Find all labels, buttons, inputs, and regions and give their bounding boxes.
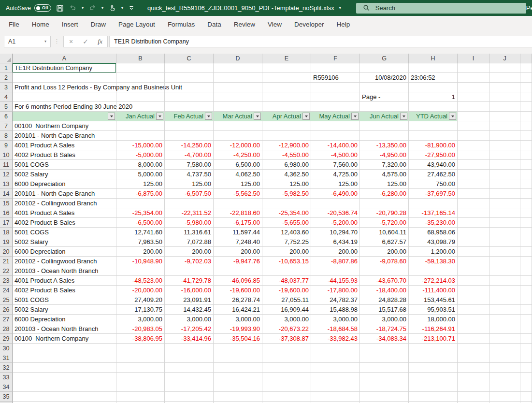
cell-H13[interactable]: 750.00 bbox=[409, 179, 458, 189]
cell-J8[interactable] bbox=[489, 131, 520, 141]
cell-G35[interactable] bbox=[360, 392, 409, 402]
cell-C7[interactable] bbox=[165, 121, 214, 131]
cell-G26[interactable]: 15,517.68 bbox=[360, 305, 409, 315]
cell-H7[interactable] bbox=[409, 121, 458, 131]
cell-F29[interactable]: -33,982.43 bbox=[311, 334, 360, 344]
cell-H2[interactable]: 23:06:52 bbox=[409, 73, 458, 83]
cell-I10[interactable] bbox=[458, 150, 489, 160]
cell-G33[interactable] bbox=[360, 373, 409, 382]
cell-A20[interactable]: 6000 Depreciation bbox=[13, 247, 116, 257]
cell-B9[interactable]: -15,000.00 bbox=[116, 141, 165, 150]
cell-G25[interactable]: 24,828.28 bbox=[360, 295, 409, 305]
cell-E31[interactable] bbox=[262, 353, 311, 363]
cell-H33[interactable] bbox=[409, 373, 458, 382]
cell-I17[interactable] bbox=[458, 218, 489, 228]
cell-F11[interactable]: 7,560.00 bbox=[311, 160, 360, 170]
cell-I16[interactable] bbox=[458, 208, 489, 218]
cell-I30[interactable] bbox=[458, 344, 489, 353]
cell-K31[interactable] bbox=[520, 353, 532, 363]
cell-E12[interactable]: 4,362.50 bbox=[262, 170, 311, 179]
filter-button-jan-actual[interactable] bbox=[156, 113, 163, 120]
cell-D24[interactable]: -19,600.00 bbox=[214, 286, 262, 295]
cell-I3[interactable] bbox=[458, 83, 489, 92]
cell-C23[interactable]: -41,729.78 bbox=[165, 276, 214, 286]
filter-button-jun-actual[interactable] bbox=[400, 113, 407, 120]
row-header-24[interactable]: 24 bbox=[0, 286, 13, 295]
cell-A2[interactable] bbox=[13, 73, 116, 83]
cell-H5[interactable] bbox=[409, 102, 458, 112]
col-header-e[interactable]: E bbox=[262, 54, 311, 63]
row-header-2[interactable]: 2 bbox=[0, 73, 13, 83]
cell-I23[interactable] bbox=[458, 276, 489, 286]
select-all-button[interactable] bbox=[0, 54, 13, 63]
row-header-30[interactable]: 30 bbox=[0, 344, 13, 353]
cell-E20[interactable]: 200.00 bbox=[262, 247, 311, 257]
cell-C24[interactable]: -16,000.00 bbox=[165, 286, 214, 295]
cell-J23[interactable] bbox=[489, 276, 520, 286]
qat-customize-icon[interactable] bbox=[128, 5, 135, 11]
cell-A32[interactable] bbox=[13, 363, 116, 373]
cell-H30[interactable] bbox=[409, 344, 458, 353]
account-button[interactable]: Peter H bbox=[526, 4, 532, 12]
cell-F26[interactable]: 15,488.98 bbox=[311, 305, 360, 315]
col-header-b[interactable]: B bbox=[116, 54, 165, 63]
cell-E18[interactable]: 12,403.60 bbox=[262, 228, 311, 237]
cell-J24[interactable] bbox=[489, 286, 520, 295]
cell-A12[interactable]: 5002 Salary bbox=[13, 170, 116, 179]
row-header-8[interactable]: 8 bbox=[0, 131, 13, 141]
cell-B29[interactable]: -38,806.95 bbox=[116, 334, 165, 344]
cell-A3[interactable]: Profit and Loss 12 Periods - By Company … bbox=[13, 83, 116, 92]
cell-E3[interactable] bbox=[262, 83, 311, 92]
cell-H23[interactable]: -272,214.03 bbox=[409, 276, 458, 286]
cell-F28[interactable]: -18,684.58 bbox=[311, 324, 360, 334]
cell-K13[interactable] bbox=[520, 179, 532, 189]
cell-C22[interactable] bbox=[165, 266, 214, 276]
cell-F18[interactable]: 10,294.70 bbox=[311, 228, 360, 237]
cell-G9[interactable]: -13,350.00 bbox=[360, 141, 409, 150]
cell-B30[interactable] bbox=[116, 344, 165, 353]
cell-G21[interactable]: -9,078.60 bbox=[360, 257, 409, 266]
cell-F12[interactable]: 4,725.00 bbox=[311, 170, 360, 179]
cell-C28[interactable]: -17,205.42 bbox=[165, 324, 214, 334]
cell-K5[interactable] bbox=[520, 102, 532, 112]
cell-K33[interactable] bbox=[520, 373, 532, 382]
cell-E11[interactable]: 6,980.00 bbox=[262, 160, 311, 170]
cell-B4[interactable] bbox=[116, 92, 165, 102]
filter-button-feb-actual[interactable] bbox=[205, 113, 212, 120]
cell-K30[interactable] bbox=[520, 344, 532, 353]
cell-D23[interactable]: -46,096.85 bbox=[214, 276, 262, 286]
redo-dropdown-icon[interactable]: ▾ bbox=[101, 6, 104, 10]
cell-B17[interactable]: -6,500.00 bbox=[116, 218, 165, 228]
cell-K1[interactable] bbox=[520, 63, 532, 73]
cell-G31[interactable] bbox=[360, 353, 409, 363]
filter-button-col-a[interactable] bbox=[108, 113, 115, 120]
cell-G23[interactable]: -43,670.70 bbox=[360, 276, 409, 286]
cell-A15[interactable]: 200102 - Collingwood Branch bbox=[13, 199, 116, 208]
filename-dropdown-icon[interactable]: ▾ bbox=[339, 6, 342, 10]
cell-B18[interactable]: 12,741.60 bbox=[116, 228, 165, 237]
cell-D13[interactable]: 125.00 bbox=[214, 179, 262, 189]
cell-I18[interactable] bbox=[458, 228, 489, 237]
cell-J25[interactable] bbox=[489, 295, 520, 305]
cell-E33[interactable] bbox=[262, 373, 311, 382]
row-header-12[interactable]: 12 bbox=[0, 170, 13, 179]
cell-K21[interactable] bbox=[520, 257, 532, 266]
cell-H4[interactable]: 1 bbox=[409, 92, 458, 102]
col-header-i[interactable]: I bbox=[458, 54, 489, 63]
cell-E24[interactable]: -19,600.00 bbox=[262, 286, 311, 295]
cell-F24[interactable]: -17,800.00 bbox=[311, 286, 360, 295]
cell-K28[interactable] bbox=[520, 324, 532, 334]
cell-G12[interactable]: 4,575.00 bbox=[360, 170, 409, 179]
row-header-29[interactable]: 29 bbox=[0, 334, 13, 344]
cell-C32[interactable] bbox=[165, 363, 214, 373]
cell-F1[interactable] bbox=[311, 63, 360, 73]
cell-B12[interactable]: 5,000.00 bbox=[116, 170, 165, 179]
cell-E30[interactable] bbox=[262, 344, 311, 353]
cell-D4[interactable] bbox=[214, 92, 262, 102]
cell-D9[interactable]: -12,000.00 bbox=[214, 141, 262, 150]
tab-help[interactable]: Help bbox=[331, 16, 357, 32]
cell-F19[interactable]: 6,434.19 bbox=[311, 237, 360, 247]
row-header-20[interactable]: 20 bbox=[0, 247, 13, 257]
cell-C26[interactable]: 14,432.45 bbox=[165, 305, 214, 315]
cell-F2[interactable]: R559106 bbox=[311, 73, 360, 83]
